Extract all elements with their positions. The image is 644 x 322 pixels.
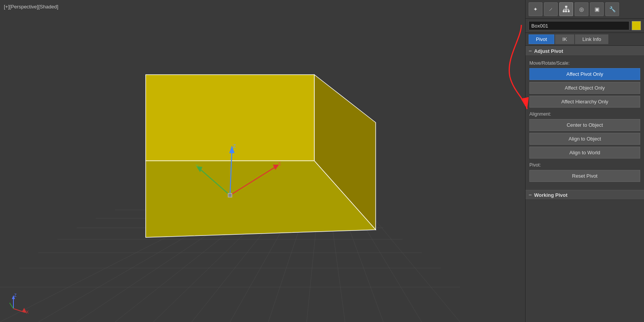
svg-text:Z: Z	[233, 144, 236, 149]
panel-tabs: Pivot IK Link Info	[526, 33, 644, 46]
curve-icon[interactable]: ⟋	[544, 2, 558, 16]
star-icon[interactable]: ✦	[529, 2, 542, 16]
working-pivot-title: Working Pivot	[534, 192, 567, 198]
hammer-icon[interactable]: 🔧	[605, 2, 619, 16]
svg-text:Z: Z	[14, 293, 16, 297]
svg-text:X: X	[26, 310, 29, 314]
circle-icon[interactable]: ◎	[575, 2, 588, 16]
display-icon[interactable]: ▣	[590, 2, 604, 16]
tab-link-info[interactable]: Link Info	[575, 34, 608, 44]
right-panel: ✦ ⟋ ◎ ▣ 🔧 Pivot IK Link Info	[525, 0, 644, 322]
center-to-object-button[interactable]: Center to Object	[529, 119, 640, 131]
axis-indicator: Z X	[8, 291, 31, 314]
svg-rect-44	[568, 10, 570, 12]
align-to-world-button[interactable]: Align to World	[529, 147, 640, 159]
collapse-icon: −	[529, 48, 532, 54]
affect-object-only-button[interactable]: Affect Object Only	[529, 82, 640, 94]
svg-rect-41	[565, 6, 567, 8]
affect-pivot-only-button[interactable]: Affect Pivot Only	[529, 68, 640, 80]
tab-pivot[interactable]: Pivot	[529, 34, 554, 44]
tab-ik[interactable]: IK	[555, 34, 574, 44]
object-color-swatch[interactable]	[632, 21, 641, 30]
adjust-pivot-body: Move/Rotate/Scale: Affect Pivot Only Aff…	[526, 56, 644, 187]
svg-text:Y: Y	[196, 163, 199, 169]
panel-content: − Adjust Pivot Move/Rotate/Scale: Affect…	[526, 46, 644, 322]
object-name-input[interactable]	[529, 21, 629, 30]
svg-rect-42	[563, 10, 565, 12]
working-pivot-collapse-icon: −	[529, 192, 532, 198]
reset-pivot-button[interactable]: Reset Pivot	[529, 170, 640, 182]
align-to-object-button[interactable]: Align to Object	[529, 133, 640, 145]
pivot-label: Pivot:	[529, 162, 640, 168]
working-pivot-header[interactable]: − Working Pivot	[526, 190, 644, 200]
scene-canvas: Z Y X	[0, 0, 525, 322]
svg-text:X: X	[278, 161, 281, 167]
object-name-row	[526, 19, 644, 33]
affect-hierarchy-only-button[interactable]: Affect Hierarchy Only	[529, 96, 640, 108]
svg-line-40	[10, 303, 13, 309]
viewport[interactable]: [+][Perspective][Shaded]	[0, 0, 525, 322]
panel-toolbar: ✦ ⟋ ◎ ▣ 🔧	[526, 0, 644, 19]
alignment-label: Alignment:	[529, 111, 640, 117]
move-rotate-scale-label: Move/Rotate/Scale:	[529, 60, 640, 66]
adjust-pivot-title: Adjust Pivot	[534, 48, 563, 54]
svg-marker-21	[146, 75, 314, 161]
viewport-label: [+][Perspective][Shaded]	[4, 4, 58, 10]
hierarchy-icon[interactable]	[559, 2, 573, 16]
svg-rect-30	[228, 193, 232, 197]
svg-rect-43	[565, 10, 567, 12]
adjust-pivot-header[interactable]: − Adjust Pivot	[526, 46, 644, 56]
